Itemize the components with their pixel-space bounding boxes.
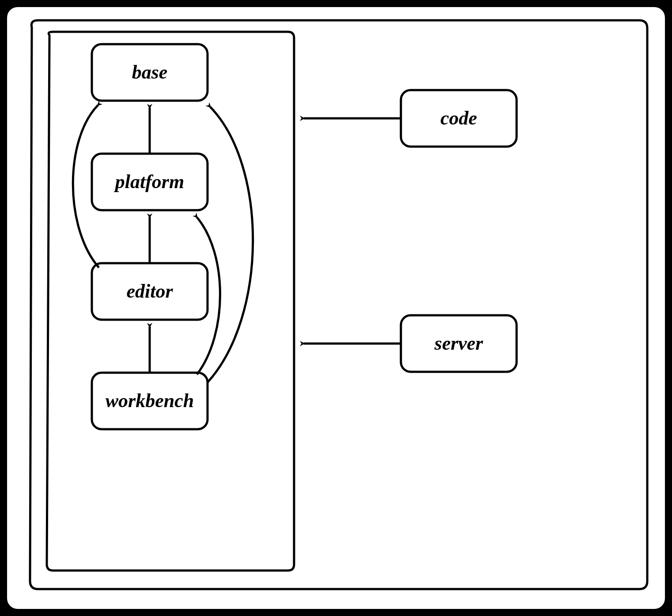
node-base-label: base bbox=[132, 61, 168, 83]
node-editor-label: editor bbox=[126, 280, 173, 302]
node-server-label: server bbox=[434, 333, 483, 354]
diagram-canvas: base platform editor workbench code serv… bbox=[7, 7, 665, 609]
node-workbench-label: workbench bbox=[106, 390, 194, 412]
node-code-label: code bbox=[440, 107, 477, 129]
node-platform-label: platform bbox=[113, 171, 184, 193]
diagram-svg: base platform editor workbench code serv… bbox=[7, 7, 665, 609]
